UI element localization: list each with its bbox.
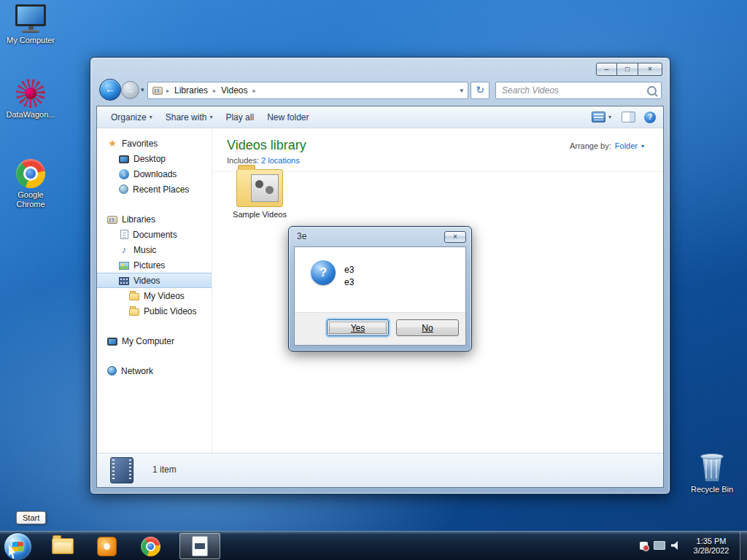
show-desktop-button[interactable] [740,532,747,560]
library-includes: Includes: 2 locations [227,156,649,165]
address-dropdown-icon[interactable]: ▾ [460,87,463,94]
yes-button[interactable]: Yes [327,319,389,336]
desktop-icon-label: Google [4,190,57,200]
dialog-body: ? e3 e3 Yes No [294,246,466,346]
search-box [495,82,662,99]
search-input[interactable] [500,85,647,96]
views-icon [592,112,605,122]
desktop-icon-recycle-bin[interactable]: Recycle Bin [686,452,738,494]
windows-logo-icon [12,542,23,551]
locations-link[interactable]: 2 locations [261,156,300,165]
dialog-close-button[interactable]: × [444,231,466,243]
back-button[interactable]: ← [99,79,121,101]
sidebar-item-my-computer[interactable]: My Computer [97,333,212,349]
minimize-icon: – [605,65,609,73]
breadcrumb-separator-icon: ▸ [166,88,169,94]
breadcrumb-separator-icon: ▸ [253,88,256,94]
sidebar-item-music[interactable]: ♪Music [97,242,212,257]
address-bar[interactable]: ▸ Libraries ▸ Videos ▸ ▾ [147,82,468,99]
sidebar-item-recent-places[interactable]: Recent Places [97,182,212,197]
preview-pane-icon[interactable] [622,112,635,122]
search-icon[interactable] [647,86,657,96]
minimize-button[interactable]: – [596,63,617,76]
help-icon[interactable]: ? [644,112,656,123]
downloads-icon: ↓ [119,169,129,179]
taskbar-item-explorer[interactable] [45,533,80,559]
breadcrumb-libraries[interactable]: Libraries [170,84,212,97]
dialog-title: 3e [297,231,306,241]
desktop-icon-google-chrome[interactable]: Google Chrome [4,159,57,209]
taskbar-item-chrome[interactable] [133,533,168,559]
desktop-icon-label: Recycle Bin [686,485,738,494]
window-caption-buttons: – □ × [596,63,662,76]
taskbar-item-active-app[interactable] [179,533,220,559]
desktop-icon-label: DataWagon... [4,110,57,120]
maximize-button[interactable]: □ [617,63,638,76]
forward-button[interactable]: → [121,81,139,99]
desktop-icon-label: Chrome [4,200,57,209]
sidebar-item-my-videos[interactable]: My Videos [97,288,212,303]
breadcrumb-videos[interactable]: Videos [217,84,252,97]
app-window-icon [192,536,208,556]
taskbar: 1:35 PM 3/28/2022 [0,531,747,560]
desktop: My Computer DataWagon... Google Chrome R… [0,0,747,560]
question-icon: ? [311,260,336,285]
arrange-by-control[interactable]: Arrange by: Folder ▾ [570,141,644,150]
chevron-down-icon: ▾ [209,114,212,120]
folder-icon [129,308,139,316]
sidebar-item-public-videos[interactable]: Public Videos [97,303,212,319]
start-tooltip: Start [16,511,46,524]
video-thumbnail [251,174,279,202]
sidebar-item-favorites[interactable]: ★Favorites [97,136,212,151]
play-all-button[interactable]: Play all [219,109,260,125]
sidebar-item-libraries[interactable]: Libraries [97,211,212,227]
new-folder-button[interactable]: New folder [260,109,315,125]
action-center-icon[interactable] [640,542,648,550]
share-with-menu[interactable]: Share with▾ [159,109,220,125]
close-button[interactable]: × [638,63,662,76]
desktop-icon-label: My Computer [4,36,57,45]
datawagon-icon [16,79,45,108]
maximize-icon: □ [625,65,630,73]
desktop-icon-datawagon[interactable]: DataWagon... [4,79,57,120]
sidebar-item-pictures[interactable]: Pictures [97,257,212,273]
chevron-down-icon: ▾ [608,114,611,120]
sidebar-item-desktop[interactable]: Desktop [97,151,212,166]
breadcrumb-separator-icon: ▸ [213,88,216,94]
sidebar-item-videos[interactable]: Videos [97,273,212,288]
documents-icon [120,230,128,239]
close-icon: × [453,233,457,241]
recent-places-icon [119,184,128,194]
media-player-icon [97,537,117,556]
views-button[interactable]: ▾ [590,109,613,125]
start-button[interactable] [4,532,32,560]
organize-menu[interactable]: Organize▾ [104,109,159,125]
no-button[interactable]: No [396,319,459,336]
network-status-icon[interactable] [654,541,665,550]
dialog-3e: 3e × ? e3 e3 Yes No [288,226,472,351]
close-icon: × [648,65,652,73]
taskbar-item-media-player[interactable] [89,533,124,559]
sidebar-item-network[interactable]: Network [97,363,212,378]
system-tray [640,541,680,550]
explorer-icon [52,538,74,554]
videos-icon [119,277,129,285]
navigation-bar: ← → ▾ ▸ Libraries ▸ Videos ▸ ▾ ↻ [90,77,670,104]
refresh-icon: ↻ [476,84,484,96]
sample-videos-folder[interactable]: Sample Videos [231,169,288,219]
chevron-down-icon: ▾ [150,114,152,120]
forward-icon: → [126,85,135,95]
desktop-icon-my-computer[interactable]: My Computer [4,4,57,45]
sidebar-item-downloads[interactable]: ↓Downloads [97,166,212,182]
music-icon: ♪ [119,245,129,255]
volume-icon[interactable] [671,541,680,550]
network-icon [107,366,117,376]
sidebar-item-documents[interactable]: Documents [97,227,212,242]
details-pane: 1 item [97,453,663,487]
folder-icon [129,293,139,300]
recent-pages-dropdown-icon[interactable]: ▾ [141,86,144,93]
pictures-icon [119,262,129,270]
refresh-button[interactable]: ↻ [471,82,489,99]
location-icon [152,87,163,95]
taskbar-clock[interactable]: 1:35 PM 3/28/2022 [684,537,738,556]
